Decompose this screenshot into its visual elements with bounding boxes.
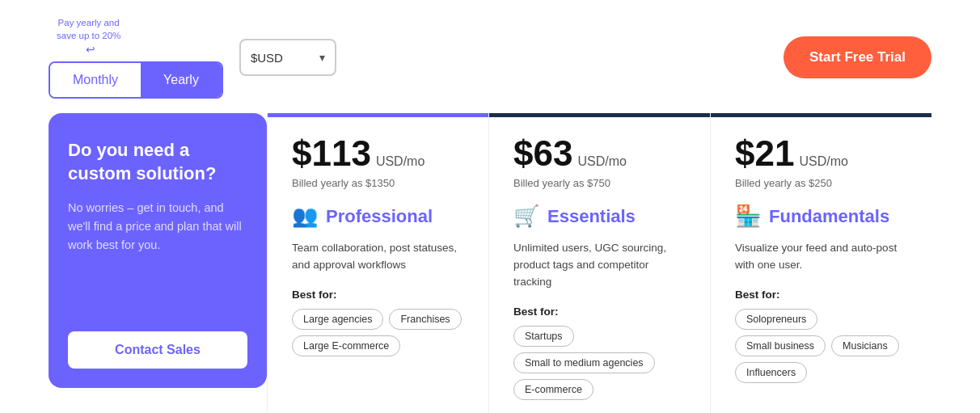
custom-solution-card: Do you need a custom solution? No worrie… <box>49 113 267 388</box>
price-line: $113 USD/mo <box>292 133 464 174</box>
best-for-label: Best for: <box>513 306 686 318</box>
tag: Small business <box>735 335 826 356</box>
plan-icon: 🛒 <box>513 204 539 229</box>
tag: E-commerce <box>513 379 593 400</box>
top-bar: Pay yearly and save up to 20% ↩ Monthly … <box>49 0 931 113</box>
plan-top-bar <box>711 113 931 117</box>
tag: Startups <box>513 326 574 347</box>
price-period: USD/mo <box>799 154 847 169</box>
cards-area: Do you need a custom solution? No worrie… <box>49 113 931 413</box>
tags-list: Large agenciesFranchisesLarge E-commerce <box>292 309 464 356</box>
tag: Small to medium agencies <box>513 352 655 373</box>
chevron-down-icon: ▾ <box>319 51 325 64</box>
price-amount: $113 <box>292 133 371 174</box>
tags-list: StartupsSmall to medium agenciesE-commer… <box>513 326 686 400</box>
tags-list: SolopreneursSmall businessMusiciansInflu… <box>735 309 907 383</box>
plan-name: Essentials <box>547 206 636 227</box>
price-amount: $21 <box>735 133 794 174</box>
billed-yearly: Billed yearly as $750 <box>513 177 686 189</box>
plan-description: Unlimited users, UGC sourcing, product t… <box>513 240 686 291</box>
price-period: USD/mo <box>376 154 425 169</box>
price-line: $63 USD/mo <box>513 133 686 174</box>
plan-card-essentials: $63 USD/mo Billed yearly as $750 🛒 Essen… <box>488 113 710 413</box>
tag: Influencers <box>735 362 807 383</box>
plan-name-row: 🛒 Essentials <box>513 204 686 229</box>
price-period: USD/mo <box>577 154 626 169</box>
start-free-trial-button[interactable]: Start Free Trial <box>784 36 931 78</box>
billing-toggle-wrapper: Pay yearly and save up to 20% ↩ Monthly … <box>49 16 223 99</box>
plan-top-bar <box>268 113 488 117</box>
plan-name: Professional <box>326 206 433 227</box>
plan-name: Fundamentals <box>769 206 889 227</box>
plan-name-row: 👥 Professional <box>292 204 464 229</box>
currency-selector[interactable]: $USD ▾ <box>239 39 336 76</box>
page-wrapper: Pay yearly and save up to 20% ↩ Monthly … <box>0 0 980 413</box>
tag: Musicians <box>831 335 899 356</box>
tag: Franchises <box>389 309 461 330</box>
tag: Solopreneurs <box>735 309 817 330</box>
monthly-tab[interactable]: Monthly <box>50 63 141 97</box>
best-for-label: Best for: <box>735 289 907 301</box>
billed-yearly: Billed yearly as $1350 <box>292 177 464 189</box>
best-for-label: Best for: <box>292 289 464 301</box>
plan-name-row: 🏪 Fundamentals <box>735 204 907 229</box>
plan-description: Team collaboration, post statuses, and a… <box>292 240 464 274</box>
plan-top-bar <box>489 113 710 117</box>
price-line: $21 USD/mo <box>735 133 907 174</box>
tag: Large E-commerce <box>292 335 400 356</box>
custom-card-description: No worries – get in touch, and we'll fin… <box>68 199 247 255</box>
contact-sales-button[interactable]: Contact Sales <box>68 331 247 369</box>
plan-card-professional: $113 USD/mo Billed yearly as $1350 👥 Pro… <box>267 113 488 413</box>
yearly-tab[interactable]: Yearly <box>141 63 222 97</box>
save-hint: Pay yearly and save up to 20% ↩ <box>57 16 120 57</box>
plan-description: Visualize your feed and auto-post with o… <box>735 240 907 274</box>
currency-label: $USD <box>251 51 283 65</box>
plan-icon: 🏪 <box>735 204 761 229</box>
custom-card-title: Do you need a custom solution? <box>68 139 247 185</box>
billed-yearly: Billed yearly as $250 <box>735 177 907 189</box>
plan-card-fundamentals: $21 USD/mo Billed yearly as $250 🏪 Funda… <box>710 113 931 413</box>
arrow-icon: ↩ <box>86 42 95 57</box>
plan-icon: 👥 <box>292 204 318 229</box>
tag: Large agencies <box>292 309 383 330</box>
billing-toggle: Monthly Yearly <box>49 61 223 99</box>
price-amount: $63 <box>513 133 572 174</box>
plan-cards-wrapper: $113 USD/mo Billed yearly as $1350 👥 Pro… <box>267 113 931 413</box>
